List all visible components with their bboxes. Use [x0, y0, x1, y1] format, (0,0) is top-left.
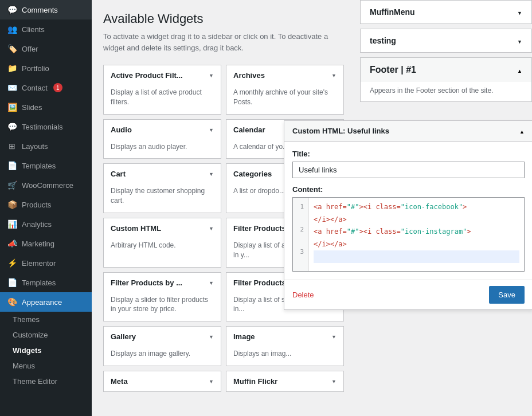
save-button[interactable]: Save: [489, 286, 525, 304]
panel-footer: Delete Save: [284, 280, 532, 309]
chevron-down-icon: [209, 171, 214, 177]
widget-title: Audio: [111, 125, 132, 134]
muffin-menu-title: MuffinMenu: [370, 7, 415, 17]
page-title: Available Widgets: [103, 11, 349, 26]
page-description: To activate a widget drag it to a sideba…: [103, 31, 349, 53]
sidebar-item-label: Templates: [22, 278, 56, 287]
widget-gallery[interactable]: Gallery Displays an image gallery.: [103, 326, 221, 366]
widget-filter-products-by[interactable]: Filter Products by ... Display a slider …: [103, 272, 221, 322]
widget-desc: Displays an image gallery.: [104, 347, 221, 366]
layouts-icon: ⊞: [7, 141, 17, 151]
widgets-label: Widgets: [13, 346, 41, 355]
sidebar-item-portfolio[interactable]: 📁 Portfolio: [0, 58, 92, 78]
line-numbers: 1 2 3: [293, 198, 309, 271]
sidebar-item-products[interactable]: 📦 Products: [0, 195, 92, 214]
muffin-menu-widget[interactable]: MuffinMenu: [360, 0, 532, 24]
sidebar-item-marketing[interactable]: 📣 Marketing: [0, 234, 92, 253]
sidebar-item-label: Analytics: [22, 220, 52, 229]
sidebar-item-label: WooCommerce: [22, 181, 73, 190]
woocommerce-icon: 🛒: [7, 180, 17, 190]
code-line-1b: </i></a>: [314, 214, 519, 226]
clients-icon: 👥: [7, 24, 17, 34]
code-content[interactable]: <a href="#"><i class="icon-facebook"> </…: [309, 198, 524, 271]
widget-header-filter-products-by[interactable]: Filter Products by ...: [104, 273, 221, 293]
sidebar-sub-customize[interactable]: Customize: [0, 327, 92, 343]
widget-meta[interactable]: Meta: [103, 371, 221, 392]
widget-archives[interactable]: Archives A monthly archive of your site'…: [226, 65, 344, 115]
footer-title: Footer | #1: [370, 65, 416, 75]
footer-header[interactable]: Footer | #1: [361, 58, 531, 82]
sidebar-item-templates2[interactable]: 📄 Templates: [0, 273, 92, 292]
widget-header-gallery[interactable]: Gallery: [104, 327, 221, 347]
sidebar-item-slides[interactable]: 🖼️ Slides: [0, 97, 92, 117]
sidebar-item-testimonials[interactable]: 💬 Testimonials: [0, 117, 92, 136]
widget-audio[interactable]: Audio Displays an audio player.: [103, 119, 221, 159]
widget-title: Gallery: [111, 332, 136, 341]
widget-title: Categories: [233, 170, 272, 178]
slides-icon: 🖼️: [7, 102, 17, 112]
widget-image[interactable]: Image Displays an imag...: [226, 326, 344, 366]
widget-desc: Display a list of active product filters…: [104, 85, 221, 114]
marketing-icon: 📣: [7, 238, 17, 249]
widget-title: Custom HTML: [111, 224, 161, 233]
code-line-1: <a href="#"><i class="icon-facebook">: [314, 201, 519, 214]
sidebar-item-label: Elementor: [22, 259, 56, 268]
sidebar-item-label: Slides: [22, 103, 42, 112]
widget-header-audio[interactable]: Audio: [104, 120, 221, 140]
products-icon: 📦: [7, 199, 17, 210]
widget-cart[interactable]: Cart Display the customer shopping cart.: [103, 163, 221, 213]
sidebar-item-elementor[interactable]: ⚡ Elementor: [0, 253, 92, 273]
testing-widget[interactable]: testing: [360, 29, 532, 53]
custom-html-panel: Custom HTML: Useful links Title: Content…: [284, 120, 532, 310]
delete-link[interactable]: Delete: [292, 291, 314, 299]
chevron-down-icon: [517, 7, 522, 17]
sidebar-item-offer[interactable]: 🏷️ Offer: [0, 39, 92, 58]
widget-custom-html[interactable]: Custom HTML Arbitrary HTML code.: [103, 218, 221, 268]
analytics-icon: 📊: [7, 219, 17, 229]
widget-active-product-filter[interactable]: Active Product Filt... Display a list of…: [103, 65, 221, 115]
muffin-menu-header[interactable]: MuffinMenu: [361, 1, 531, 23]
sidebar-item-woocommerce[interactable]: 🛒 WooCommerce: [0, 175, 92, 195]
sidebar-item-templates[interactable]: 📄 Templates: [0, 156, 92, 175]
templates-icon: 📄: [7, 160, 17, 171]
chevron-down-icon: [209, 127, 214, 133]
widget-title: Archives: [233, 71, 265, 80]
widget-desc: Displays an audio player.: [104, 140, 221, 159]
customize-label: Customize: [13, 331, 48, 339]
sidebar-item-analytics[interactable]: 📊 Analytics: [0, 214, 92, 234]
sidebar-item-contact[interactable]: ✉️ Contact 1: [0, 78, 92, 97]
sidebar-sub-themes[interactable]: Themes: [0, 312, 92, 327]
title-field-label: Title:: [292, 150, 525, 158]
sidebar-item-comments[interactable]: 💬 Comments: [0, 0, 92, 19]
code-editor[interactable]: 1 2 3 <a href="#"><i class="icon-faceboo…: [292, 197, 525, 272]
widget-header-cart[interactable]: Cart: [104, 164, 221, 184]
sidebar-sub-widgets[interactable]: Widgets: [0, 343, 92, 358]
sidebar-sub-menus[interactable]: Menus: [0, 358, 92, 374]
testing-title: testing: [370, 36, 396, 45]
widget-header-archives[interactable]: Archives: [226, 65, 343, 85]
widget-header-active-product-filter[interactable]: Active Product Filt...: [104, 65, 221, 85]
title-input[interactable]: [292, 162, 525, 178]
widget-header-image[interactable]: Image: [226, 327, 343, 347]
custom-html-header: Custom HTML: Useful links: [284, 121, 532, 142]
sidebar-item-label: Offer: [22, 45, 38, 53]
chevron-up-icon[interactable]: [519, 127, 525, 135]
sidebar-item-layouts[interactable]: ⊞ Layouts: [0, 136, 92, 156]
content-label: Content:: [292, 185, 525, 194]
sidebar-item-clients[interactable]: 👥 Clients: [0, 19, 92, 39]
widget-header-muffin-flickr[interactable]: Muffin Flickr: [226, 371, 343, 391]
contact-badge: 1: [53, 83, 62, 92]
widget-desc: Display the customer shopping cart.: [104, 184, 221, 213]
sidebar-item-appearance[interactable]: 🎨 Appearance: [0, 292, 92, 312]
widget-title: Cart: [111, 170, 126, 178]
sidebar: 💬 Comments 👥 Clients 🏷️ Offer 📁 Portfoli…: [0, 0, 92, 416]
sidebar-item-label: Appearance: [22, 298, 62, 307]
testing-header[interactable]: testing: [361, 29, 531, 52]
widget-header-custom-html[interactable]: Custom HTML: [104, 218, 221, 238]
sidebar-item-label: Portfolio: [22, 64, 49, 73]
sidebar-sub-theme-editor[interactable]: Theme Editor: [0, 374, 92, 389]
offer-icon: 🏷️: [7, 44, 17, 54]
widget-header-meta[interactable]: Meta: [104, 371, 221, 391]
widget-title: Filter Products by ...: [111, 278, 182, 287]
widget-muffin-flickr[interactable]: Muffin Flickr: [226, 371, 344, 392]
